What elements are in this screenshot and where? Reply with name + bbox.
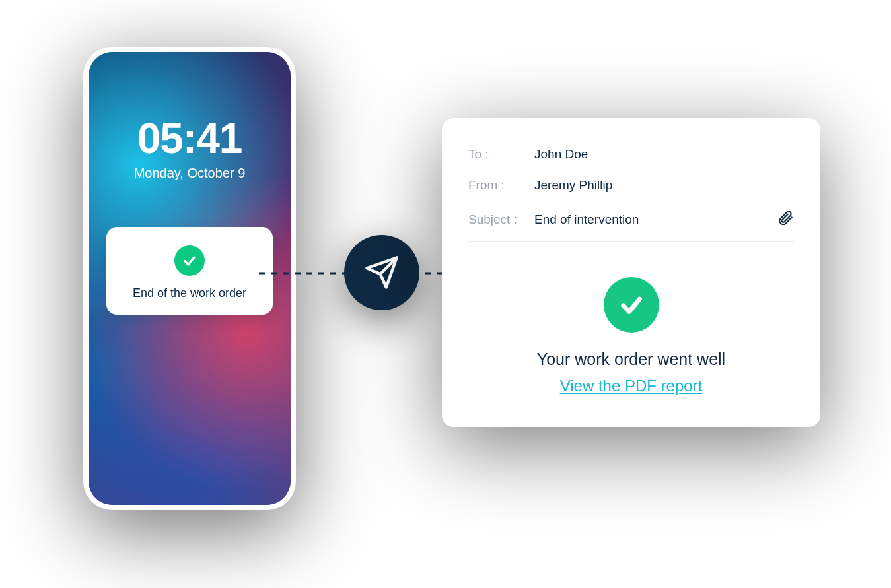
- email-subject-label: Subject :: [468, 212, 534, 227]
- phone-frame: 05:41 Monday, October 9 End of the work …: [83, 47, 296, 510]
- view-pdf-link[interactable]: View the PDF report: [560, 377, 703, 395]
- notification-card: End of the work order: [106, 227, 273, 315]
- email-body: Your work order went well View the PDF r…: [468, 277, 794, 395]
- check-icon: [174, 245, 205, 276]
- lockscreen-date: Monday, October 9: [134, 166, 246, 181]
- check-icon: [604, 277, 659, 333]
- diagram-canvas: 05:41 Monday, October 9 End of the work …: [0, 0, 891, 588]
- lockscreen-time: 05:41: [137, 114, 242, 163]
- email-divider: [468, 241, 794, 242]
- email-card: To : John Doe From : Jeremy Phillip Subj…: [442, 118, 820, 427]
- send-icon: [344, 235, 419, 310]
- email-message: Your work order went well: [537, 350, 725, 369]
- email-from-label: From :: [468, 178, 534, 193]
- attachment-icon: [777, 209, 794, 230]
- phone-lockscreen: 05:41 Monday, October 9 End of the work …: [89, 52, 291, 505]
- email-subject-row: Subject : End of intervention: [468, 201, 794, 238]
- email-to-label: To :: [468, 147, 534, 162]
- email-from-row: From : Jeremy Phillip: [468, 170, 794, 201]
- email-from-value: Jeremy Phillip: [534, 178, 612, 193]
- notification-text: End of the work order: [133, 286, 246, 300]
- email-to-value: John Doe: [534, 147, 588, 162]
- email-to-row: To : John Doe: [468, 139, 794, 170]
- email-subject-value: End of intervention: [534, 212, 639, 227]
